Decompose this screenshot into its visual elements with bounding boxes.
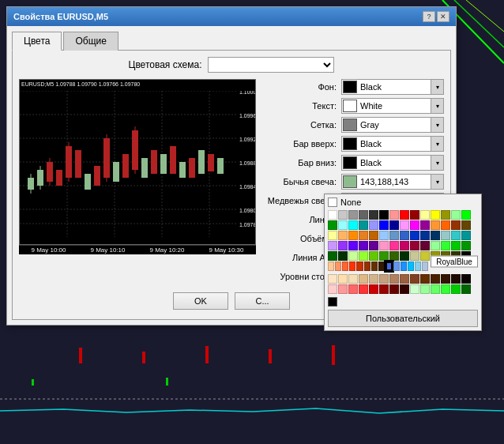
color-cell-royalblue[interactable]	[386, 262, 393, 271]
color-cell[interactable]	[328, 274, 337, 284]
color-cell[interactable]	[369, 220, 378, 230]
control-bull-candle[interactable]: 143,188,143 ▾	[341, 174, 444, 190]
color-cell[interactable]	[359, 274, 368, 284]
color-cell[interactable]	[400, 274, 409, 284]
color-cell[interactable]	[338, 210, 348, 220]
color-cell[interactable]	[410, 284, 419, 294]
color-cell[interactable]	[431, 241, 440, 250]
color-cell[interactable]	[342, 262, 348, 271]
color-cell[interactable]	[359, 284, 368, 294]
color-cell[interactable]	[420, 274, 430, 284]
color-cell[interactable]	[328, 251, 337, 261]
color-cell[interactable]	[379, 231, 389, 240]
color-cell[interactable]	[461, 231, 471, 240]
color-cell[interactable]	[369, 274, 378, 284]
color-cell[interactable]	[379, 274, 389, 284]
color-cell[interactable]	[338, 251, 348, 261]
color-cell[interactable]	[379, 284, 389, 294]
color-cell[interactable]	[461, 274, 471, 284]
color-cell[interactable]	[461, 220, 471, 230]
custom-color-button[interactable]: Пользовательский	[328, 310, 478, 327]
color-cell[interactable]	[379, 210, 389, 220]
color-cell[interactable]	[400, 284, 409, 294]
color-cell[interactable]	[422, 262, 428, 271]
color-cell[interactable]	[400, 231, 409, 240]
color-cell[interactable]	[410, 231, 419, 240]
color-cell[interactable]	[349, 262, 355, 271]
control-background[interactable]: Black ▾	[341, 79, 444, 95]
color-cell[interactable]	[364, 262, 370, 271]
color-cell[interactable]	[400, 241, 409, 250]
color-cell[interactable]	[408, 262, 414, 271]
color-cell[interactable]	[389, 241, 399, 250]
color-cell[interactable]	[328, 220, 337, 230]
color-cell[interactable]	[389, 284, 399, 294]
control-grid[interactable]: Gray ▾	[341, 117, 444, 133]
dropdown-bar-up[interactable]: ▾	[431, 137, 443, 151]
color-cell[interactable]	[348, 251, 358, 261]
color-cell[interactable]	[379, 241, 389, 250]
color-cell[interactable]	[359, 210, 368, 220]
color-cell[interactable]	[369, 251, 378, 261]
color-cell[interactable]	[369, 210, 378, 220]
color-cell[interactable]	[420, 231, 430, 240]
color-cell[interactable]	[328, 284, 337, 294]
color-cell[interactable]	[431, 251, 440, 261]
color-cell[interactable]	[410, 220, 419, 230]
close-button[interactable]: ✕	[437, 11, 449, 22]
dropdown-bull-candle[interactable]: ▾	[431, 175, 443, 189]
color-cell[interactable]	[378, 262, 385, 271]
color-cell[interactable]	[461, 284, 471, 294]
ok-button[interactable]: OK	[173, 292, 228, 310]
tab-colors[interactable]: Цвета	[12, 32, 62, 51]
color-cell[interactable]	[420, 210, 430, 220]
color-cell[interactable]	[431, 231, 440, 240]
color-cell[interactable]	[338, 241, 348, 250]
color-cell[interactable]	[400, 251, 409, 261]
color-cell[interactable]	[389, 210, 399, 220]
color-cell[interactable]	[431, 210, 440, 220]
color-cell[interactable]	[451, 210, 461, 220]
color-scheme-select[interactable]	[208, 57, 334, 73]
color-cell[interactable]	[335, 262, 341, 271]
color-cell[interactable]	[441, 284, 450, 294]
color-cell[interactable]	[431, 284, 440, 294]
color-cell[interactable]	[379, 220, 389, 230]
color-cell[interactable]	[441, 274, 450, 284]
color-cell[interactable]	[379, 251, 389, 261]
color-cell[interactable]	[451, 231, 461, 240]
color-cell[interactable]	[369, 284, 378, 294]
color-cell[interactable]	[420, 220, 430, 230]
color-cell[interactable]	[389, 220, 399, 230]
color-cell[interactable]	[410, 251, 419, 261]
dropdown-background[interactable]: ▾	[431, 80, 443, 94]
color-cell[interactable]	[348, 231, 358, 240]
color-cell-black[interactable]	[328, 297, 337, 307]
control-bar-up[interactable]: Black ▾	[341, 136, 444, 152]
color-cell[interactable]	[400, 220, 409, 230]
color-cell[interactable]	[348, 284, 358, 294]
color-cell[interactable]	[359, 241, 368, 250]
color-cell[interactable]	[348, 210, 358, 220]
help-button[interactable]: ?	[423, 11, 435, 22]
color-cell[interactable]	[400, 210, 409, 220]
color-cell[interactable]	[441, 241, 450, 250]
color-cell[interactable]	[441, 251, 450, 261]
color-cell[interactable]	[356, 262, 363, 271]
color-cell[interactable]	[451, 284, 461, 294]
color-cell[interactable]	[451, 274, 461, 284]
color-cell[interactable]	[389, 274, 399, 284]
color-cell[interactable]	[338, 274, 348, 284]
dropdown-grid[interactable]: ▾	[431, 118, 443, 132]
color-cell[interactable]	[451, 241, 461, 250]
color-cell[interactable]	[359, 220, 368, 230]
color-cell[interactable]	[328, 241, 337, 250]
color-cell[interactable]	[441, 220, 450, 230]
tab-general[interactable]: Общие	[63, 32, 118, 51]
color-cell[interactable]	[431, 220, 440, 230]
color-cell[interactable]	[393, 262, 400, 271]
color-cell[interactable]	[369, 231, 378, 240]
color-cell[interactable]	[371, 262, 378, 271]
color-cell[interactable]	[451, 220, 461, 230]
color-cell[interactable]	[410, 241, 419, 250]
